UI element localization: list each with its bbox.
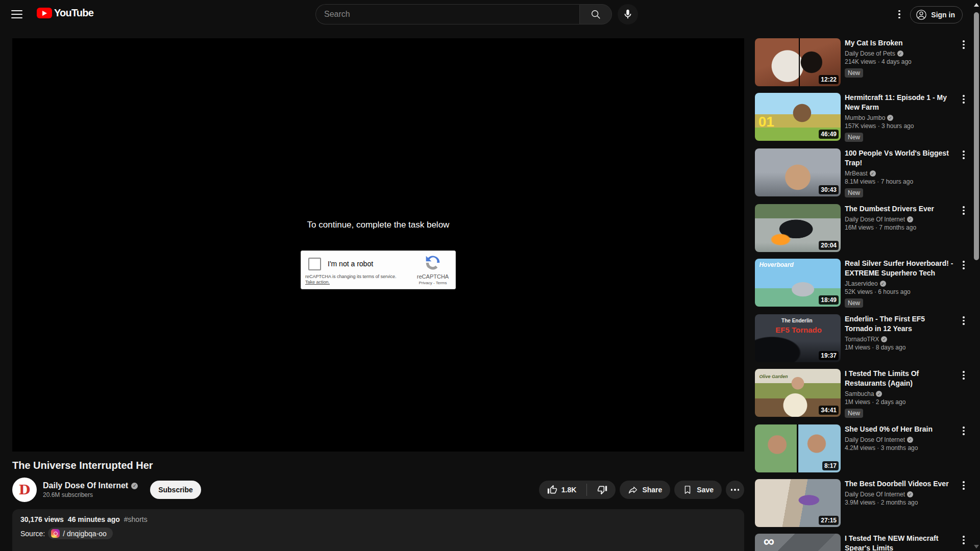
related-video-item[interactable]: 34:41 Olive Garden I Tested The Limits O…	[755, 369, 970, 418]
verified-icon: ✓	[881, 336, 887, 342]
recaptcha-notice: reCAPTCHA is changing its terms of servi…	[305, 274, 397, 286]
sign-in-button[interactable]: Sign in	[910, 6, 963, 23]
kebab-menu-icon[interactable]	[958, 259, 970, 308]
related-video-title[interactable]: I Tested The Limits Of Restaurants (Agai…	[845, 369, 953, 388]
recaptcha-take-action-link[interactable]: Take action.	[305, 280, 330, 285]
related-channel-line[interactable]: Daily Dose Of Internet ✓	[845, 436, 953, 443]
kebab-menu-icon[interactable]	[958, 148, 970, 197]
related-video-meta: 3.9M views · 2 months ago	[845, 499, 953, 506]
related-video-title[interactable]: I Tested The NEW Minecraft Spear's Limit…	[845, 534, 953, 551]
related-channel-name: TornadoTRX	[845, 336, 879, 343]
related-channel-line[interactable]: Sambucha ✓	[845, 390, 953, 397]
hamburger-menu-icon[interactable]	[11, 7, 26, 21]
related-video-title[interactable]: The Dumbest Drivers Ever	[845, 204, 953, 214]
related-channel-line[interactable]: Daily Dose of Pets ✓	[845, 50, 953, 57]
youtube-play-icon	[37, 8, 52, 18]
video-thumbnail[interactable]: 20:04	[755, 204, 841, 252]
video-thumbnail[interactable]: 12:22	[755, 38, 841, 86]
scrollbar-thumb[interactable]	[974, 12, 979, 260]
share-label: Share	[642, 486, 662, 494]
duration-badge: 34:41	[819, 406, 839, 415]
related-video-title[interactable]: Hermitcraft 11: Episode 1 - My New Farm	[845, 93, 953, 112]
related-video-title[interactable]: Enderlin - The First EF5 Tornado in 12 Y…	[845, 314, 953, 334]
channel-info: Daily Dose Of Internet ✓ 20.6M subscribe…	[43, 481, 138, 498]
video-thumbnail[interactable]: 19:37 The EnderlinEF5 Tornado	[755, 314, 841, 362]
kebab-menu-icon[interactable]	[958, 534, 970, 551]
pill-divider	[586, 484, 587, 496]
related-video-item[interactable]: 46:49 01 Hermitcraft 11: Episode 1 - My …	[755, 93, 970, 142]
related-channel-name: Daily Dose Of Internet	[845, 216, 905, 223]
page-scrollbar[interactable]	[973, 0, 980, 551]
video-thumbnail[interactable]: 8:17	[755, 424, 841, 472]
related-video-item[interactable]: 19:37 The EnderlinEF5 Tornado Enderlin -…	[755, 314, 970, 362]
related-channel-line[interactable]: Daily Dose Of Internet ✓	[845, 491, 953, 498]
duration-badge: 20:04	[819, 241, 839, 250]
subscriber-count: 20.6M subscribers	[43, 491, 138, 498]
share-button[interactable]: Share	[620, 481, 670, 499]
hashtag[interactable]: #shorts	[124, 515, 148, 523]
search-input[interactable]	[315, 4, 579, 24]
search-icon	[590, 9, 601, 20]
scroll-down-arrow[interactable]	[974, 545, 979, 548]
related-video-meta: 157K views · 3 hours ago	[845, 122, 953, 130]
like-dislike-pill: 1.8K	[539, 481, 616, 499]
related-video-item[interactable]: ∞DAMAGE I Tested The NEW Minecraft Spear…	[755, 534, 970, 551]
kebab-menu-icon[interactable]	[958, 479, 970, 527]
kebab-menu-icon[interactable]	[958, 314, 970, 362]
youtube-logo[interactable]: YouTube	[37, 7, 93, 19]
video-player[interactable]: To continue, complete the task below I'm…	[12, 38, 744, 452]
privacy-link[interactable]: Privacy	[419, 281, 432, 285]
video-thumbnail[interactable]: 18:49 Hoverboard	[755, 259, 841, 307]
related-video-title[interactable]: The Best Doorbell Videos Ever	[845, 479, 953, 489]
kebab-menu-icon[interactable]	[958, 204, 970, 252]
related-video-item[interactable]: 20:04 The Dumbest Drivers Ever Daily Dos…	[755, 204, 970, 252]
kebab-menu-icon[interactable]	[958, 93, 970, 142]
voice-search-button[interactable]	[618, 4, 638, 24]
video-thumbnail[interactable]: 27:15	[755, 479, 841, 527]
subscribe-button[interactable]: Subscribe	[150, 481, 201, 499]
video-thumbnail[interactable]: 46:49 01	[755, 93, 841, 141]
related-video-title[interactable]: Real Silver Surfer Hoverboard! - EXTREME…	[845, 259, 953, 278]
related-channel-name: Sambucha	[845, 390, 874, 397]
settings-kebab-icon[interactable]	[893, 8, 905, 20]
related-channel-name: MrBeast	[845, 170, 868, 177]
related-channel-line[interactable]: Mumbo Jumbo ✓	[845, 114, 953, 121]
related-channel-line[interactable]: MrBeast ✓	[845, 170, 953, 177]
related-video-item[interactable]: 27:15 The Best Doorbell Videos Ever Dail…	[755, 479, 970, 527]
description-box[interactable]: 30,176 views 46 minutes ago #shorts Sour…	[12, 509, 744, 551]
source-link[interactable]: / dnqigbqa-oo	[48, 528, 113, 539]
kebab-menu-icon[interactable]	[958, 38, 970, 86]
scroll-up-arrow[interactable]	[974, 3, 979, 7]
related-channel-line[interactable]: TornadoTRX ✓	[845, 336, 953, 343]
terms-link[interactable]: Terms	[436, 281, 447, 285]
related-video-item[interactable]: 12:22 My Cat Is Broken Daily Dose of Pet…	[755, 38, 970, 86]
related-video-item[interactable]: 8:17 She Used 0% of Her Brain Daily Dose…	[755, 424, 970, 472]
related-video-title[interactable]: 100 People Vs World's Biggest Trap!	[845, 148, 953, 168]
search-button[interactable]	[579, 4, 612, 24]
recaptcha-logo-icon	[425, 255, 441, 271]
duration-badge: 12:22	[819, 75, 839, 84]
more-actions-button[interactable]	[726, 481, 744, 499]
related-video-item[interactable]: 30:43 100 People Vs World's Biggest Trap…	[755, 148, 970, 197]
related-video-title[interactable]: She Used 0% of Her Brain	[845, 424, 953, 434]
person-icon	[916, 9, 927, 20]
video-info: 100 People Vs World's Biggest Trap! MrBe…	[845, 148, 953, 197]
verified-icon: ✓	[880, 281, 886, 287]
channel-avatar[interactable]: D	[12, 478, 37, 502]
kebab-menu-icon[interactable]	[958, 424, 970, 472]
video-thumbnail[interactable]: 34:41 Olive Garden	[755, 369, 841, 417]
like-button[interactable]: 1.8K	[539, 481, 583, 499]
channel-name[interactable]: Daily Dose Of Internet	[43, 481, 128, 490]
related-video-title[interactable]: My Cat Is Broken	[845, 38, 953, 48]
microphone-icon	[622, 9, 633, 20]
related-video-item[interactable]: 18:49 Hoverboard Real Silver Surfer Hove…	[755, 259, 970, 308]
video-thumbnail[interactable]: 30:43	[755, 148, 841, 196]
video-info: Enderlin - The First EF5 Tornado in 12 Y…	[845, 314, 953, 362]
video-thumbnail[interactable]: ∞DAMAGE	[755, 534, 841, 551]
related-channel-line[interactable]: JLaservideo ✓	[845, 280, 953, 287]
dislike-button[interactable]	[591, 481, 616, 499]
related-channel-line[interactable]: Daily Dose Of Internet ✓	[845, 216, 953, 223]
recaptcha-checkbox[interactable]	[308, 258, 321, 270]
save-button[interactable]: Save	[674, 481, 722, 499]
kebab-menu-icon[interactable]	[958, 369, 970, 418]
